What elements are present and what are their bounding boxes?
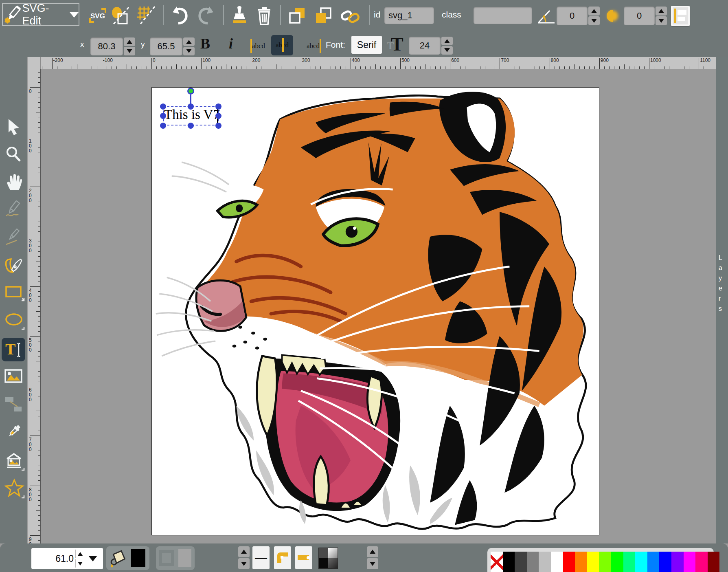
- clone-button[interactable]: [230, 6, 248, 28]
- font-size-spinner[interactable]: [441, 37, 453, 55]
- blur-spinner[interactable]: [656, 7, 667, 25]
- fill-color-swatch[interactable]: [131, 549, 145, 567]
- move-to-bottom-button[interactable]: [287, 7, 307, 27]
- font-size-input[interactable]: [409, 37, 441, 55]
- connector-tool[interactable]: [4, 395, 22, 413]
- text-anchor-middle-button[interactable]: ​abcd: [271, 35, 293, 55]
- selection-handle-s[interactable]: [188, 123, 194, 129]
- zoom-spinner[interactable]: [75, 550, 84, 568]
- y-input[interactable]: [150, 37, 182, 55]
- stroke-width-spinner[interactable]: [238, 546, 250, 569]
- palette-swatch[interactable]: [611, 552, 623, 572]
- text-tool[interactable]: T: [4, 341, 22, 359]
- make-hyperlink-button[interactable]: [340, 9, 360, 26]
- y-spin-up[interactable]: [183, 37, 195, 46]
- angle-spin-up[interactable]: [588, 7, 600, 15]
- stroke-dash-button[interactable]: —: [252, 546, 270, 569]
- palette-swatch[interactable]: [708, 552, 720, 572]
- opacity-indicator[interactable]: [318, 548, 338, 569]
- layers-panel-tab[interactable]: L a y e r s: [716, 57, 728, 543]
- font-family-button[interactable]: Serif: [351, 36, 382, 54]
- palette-swatch-none[interactable]: [491, 552, 503, 572]
- shape-library-tool[interactable]: [4, 451, 22, 469]
- angle-input[interactable]: [557, 7, 588, 25]
- opacity-spinner[interactable]: [367, 546, 378, 569]
- selection-handle-ne[interactable]: [215, 103, 221, 110]
- ellipse-tool[interactable]: [4, 312, 22, 330]
- image-tool[interactable]: [4, 367, 22, 385]
- x-input[interactable]: [90, 37, 123, 55]
- palette-swatch[interactable]: [635, 552, 647, 572]
- zoom-spin-down[interactable]: [75, 559, 84, 568]
- align-relative-to-button[interactable]: [671, 6, 690, 26]
- stroke-linecap-button[interactable]: [295, 546, 312, 569]
- y-spin-down[interactable]: [183, 47, 195, 55]
- palette-swatch[interactable]: [695, 552, 708, 572]
- italic-button[interactable]: i: [229, 35, 233, 52]
- path-tool[interactable]: [4, 256, 22, 274]
- line-tool[interactable]: [4, 228, 22, 246]
- workarea[interactable]: This is V7: [41, 69, 728, 543]
- id-input[interactable]: [384, 7, 434, 24]
- palette-swatch[interactable]: [551, 552, 563, 572]
- delete-button[interactable]: [256, 6, 273, 28]
- x-spinner[interactable]: [124, 37, 135, 55]
- selection-handle-se[interactable]: [215, 123, 221, 129]
- star-tool[interactable]: [4, 478, 22, 496]
- palette-swatch[interactable]: [647, 552, 660, 572]
- text-anchor-end-button[interactable]: abcd: [303, 36, 325, 56]
- selection-handle-w[interactable]: [160, 113, 166, 119]
- zoom-control[interactable]: 61.0: [31, 548, 103, 569]
- opacity-spin-up[interactable]: [367, 546, 378, 557]
- x-spin-up[interactable]: [124, 37, 135, 46]
- palette-swatch[interactable]: [527, 552, 539, 572]
- palette-swatch[interactable]: [539, 552, 551, 572]
- stroke-linejoin-button[interactable]: [274, 546, 291, 569]
- font-size-spin-up[interactable]: [441, 37, 453, 45]
- redo-button[interactable]: [198, 7, 216, 27]
- palette-swatch[interactable]: [659, 552, 671, 572]
- blur-input[interactable]: [624, 7, 655, 25]
- rectangle-tool[interactable]: [4, 284, 22, 301]
- zoom-tool[interactable]: [4, 145, 22, 163]
- font-size-spin-down[interactable]: [441, 46, 453, 55]
- svg-source-button[interactable]: SVG: [88, 7, 107, 25]
- select-tool[interactable]: [4, 117, 22, 135]
- zoom-spin-up[interactable]: [75, 550, 84, 558]
- text-anchor-start-button[interactable]: abcd: [247, 36, 269, 56]
- wireframe-mode-button[interactable]: [111, 7, 130, 27]
- blur-spin-down[interactable]: [656, 16, 667, 25]
- pencil-tool[interactable]: [4, 200, 22, 218]
- move-to-top-button[interactable]: [314, 7, 333, 27]
- class-input[interactable]: [474, 7, 532, 24]
- angle-spin-down[interactable]: [588, 16, 600, 25]
- palette-swatch[interactable]: [575, 552, 587, 572]
- snap-to-grid-button[interactable]: [136, 6, 156, 27]
- x-spin-down[interactable]: [124, 47, 135, 55]
- zoom-value[interactable]: 61.0: [31, 553, 74, 564]
- y-spinner[interactable]: [183, 37, 195, 55]
- angle-spinner[interactable]: [588, 7, 600, 25]
- palette-swatch[interactable]: [684, 552, 696, 572]
- opacity-spin-down[interactable]: [367, 558, 378, 569]
- bold-button[interactable]: B: [200, 35, 210, 52]
- pan-tool[interactable]: [4, 173, 22, 191]
- palette-swatch[interactable]: [599, 552, 611, 572]
- rotate-handle[interactable]: [187, 88, 194, 95]
- main-menu-button[interactable]: SVG-Edit: [2, 3, 79, 26]
- palette-swatch[interactable]: [503, 552, 515, 572]
- selection-handle-nw[interactable]: [160, 103, 166, 110]
- palette-swatch[interactable]: [587, 552, 599, 572]
- palette-swatch[interactable]: [515, 552, 527, 572]
- undo-button[interactable]: [170, 7, 188, 27]
- svg-canvas[interactable]: [151, 87, 599, 535]
- selection-handle-sw[interactable]: [160, 123, 166, 129]
- palette-swatch[interactable]: [671, 552, 684, 572]
- palette-swatch[interactable]: [623, 552, 636, 572]
- blur-spin-up[interactable]: [656, 7, 667, 15]
- eyedropper-tool[interactable]: [4, 423, 22, 441]
- stroke-width-spin-up[interactable]: [238, 546, 250, 557]
- stroke-width-spin-down[interactable]: [238, 558, 250, 569]
- selection-handle-n[interactable]: [188, 103, 194, 110]
- stroke-color-swatch[interactable]: [178, 549, 191, 567]
